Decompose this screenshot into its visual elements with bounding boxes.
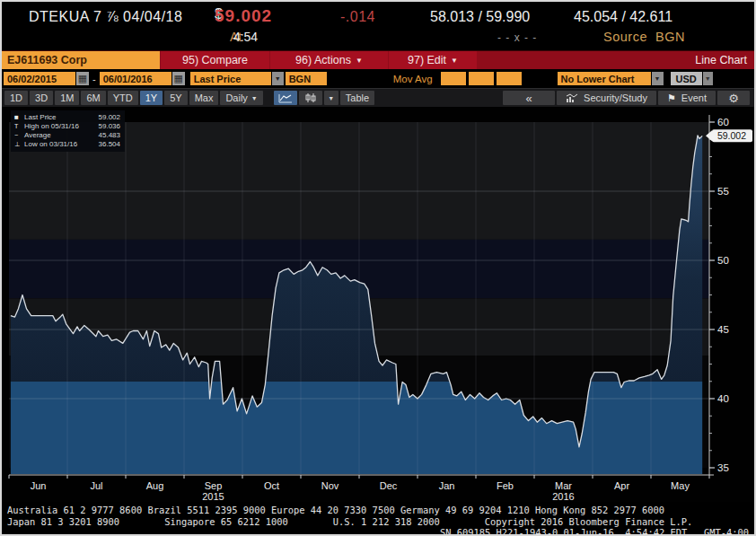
date-range-separator: - [92, 74, 96, 84]
legend-label: Low on 03/31/16 [24, 140, 93, 149]
candlestick-icon [303, 92, 318, 103]
svg-text:Jul: Jul [90, 480, 102, 491]
range-button-1d[interactable]: 1D [4, 91, 28, 105]
svg-text:55: 55 [717, 186, 729, 197]
function-menubar: EJ611693 Corp 95) Compare 96) Actions▼ 9… [2, 50, 754, 69]
price-chart[interactable]: 354045505560JunJulAugSepOctNovDecJanFebM… [2, 107, 754, 502]
menu-compare[interactable]: 95) Compare [161, 51, 269, 69]
chart-toolbar: 1D3D1M6MYTD1Y5YMax Daily▼ ▼ Table « Secu… [2, 88, 754, 107]
legend-label: Average [24, 131, 93, 140]
table-button[interactable]: Table [340, 91, 374, 105]
range-button-3d[interactable]: 3D [30, 91, 53, 105]
chart-legend: ■Last Price59.002THigh on 05/31/1659.036… [11, 110, 125, 152]
range-button-6m[interactable]: 6M [81, 91, 105, 105]
legend-value: 59.002 [93, 113, 120, 122]
legend-marker-icon: T [14, 122, 24, 131]
price-source: Source BGN [603, 30, 685, 44]
svg-text:Oct: Oct [264, 480, 279, 491]
chart-settings-button[interactable]: ⚙ [717, 91, 750, 105]
legend-value: 45.483 [93, 131, 120, 140]
caret-down-icon: ▼ [251, 95, 258, 101]
collapse-panel-button[interactable]: « [503, 91, 555, 105]
svg-text:40: 40 [717, 393, 729, 404]
study-chart-icon [566, 93, 578, 103]
range-button-ytd[interactable]: YTD [108, 91, 138, 105]
lower-chart-select[interactable]: No Lower Chart [558, 72, 651, 85]
range-button-group: 1D3D1M6MYTD1Y5YMax [4, 91, 220, 105]
currency-select[interactable]: USD [671, 72, 702, 85]
range-button-max[interactable]: Max [189, 91, 219, 105]
security-study-button[interactable]: Security/Study [557, 91, 656, 105]
currency-select-arrow[interactable]: ▼ [703, 72, 713, 85]
bid-ask: 58.013 / 59.990 [430, 9, 530, 25]
svg-text:Jun: Jun [31, 480, 47, 491]
caret-down-icon: ▼ [451, 57, 458, 65]
legend-row: ■Last Price59.002 [14, 113, 120, 122]
range-button-5y[interactable]: 5Y [164, 91, 187, 105]
period-select[interactable]: Daily▼ [220, 91, 262, 105]
svg-text:Sep: Sep [205, 480, 223, 491]
footer-session-info: SN 609185 H221-1943-0 01-Jun-16 4:54:42 … [7, 527, 749, 536]
legend-marker-icon: − [14, 131, 24, 140]
caret-down-icon: ▼ [328, 95, 334, 101]
field-select-arrow[interactable]: ▼ [272, 72, 284, 85]
bid-ask-size: - - x - - [497, 31, 537, 44]
mov-avg-input-2[interactable] [469, 72, 494, 85]
terminal-footer: Australia 61 2 9777 8600 Brazil 5511 239… [2, 502, 754, 536]
mov-avg-input-3[interactable] [497, 72, 522, 85]
pricing-source-input[interactable]: BGN [286, 72, 327, 85]
quote-time: At 4:54 [230, 30, 233, 44]
range-button-1y[interactable]: 1Y [140, 91, 163, 105]
legend-marker-icon: ■ [14, 113, 24, 122]
date-to-input[interactable]: 06/01/2016 [100, 72, 171, 85]
candlestick-chart-type-button[interactable] [299, 91, 322, 105]
mov-avg-input-1[interactable] [441, 72, 466, 85]
svg-text:2016: 2016 [552, 491, 574, 502]
svg-text:35: 35 [717, 462, 729, 473]
chart-type-title: Line Chart [695, 51, 754, 69]
menu-actions[interactable]: 96) Actions▼ [270, 51, 388, 69]
date-from-input[interactable]: 06/02/2015 [4, 72, 75, 85]
legend-label: Last Price [24, 113, 93, 122]
field-select[interactable]: Last Price [190, 72, 271, 85]
svg-text:May: May [671, 480, 690, 491]
last-price-value: 59.002 [215, 6, 272, 26]
lower-chart-select-arrow[interactable]: ▼ [652, 72, 664, 85]
svg-text:Dec: Dec [380, 480, 398, 491]
flag-icon: ⚑ [667, 92, 676, 104]
footer-phones-line2: Japan 81 3 3201 8900 Singapore 65 6212 1… [7, 516, 749, 528]
svg-text:45: 45 [717, 324, 729, 335]
price-change: -.014 [340, 9, 375, 25]
legend-row: −Average45.483 [14, 131, 120, 140]
bloomberg-terminal-window: DTEKUA 7 ⅞ 04/04/18 $↑59.002 -.014 58.01… [0, 0, 756, 536]
legend-value: 59.036 [93, 122, 120, 131]
svg-text:Nov: Nov [321, 480, 339, 491]
menu-edit[interactable]: 97) Edit▼ [389, 51, 477, 69]
svg-text:Mar: Mar [555, 480, 572, 491]
mov-avg-label: Mov Avg [393, 74, 433, 84]
event-button[interactable]: ⚑Event [658, 91, 716, 105]
svg-text:50: 50 [717, 255, 729, 266]
legend-row: THigh on 05/31/1659.036 [14, 122, 120, 131]
line-chart-type-button[interactable] [274, 91, 297, 105]
svg-text:59.002: 59.002 [717, 130, 746, 141]
legend-value: 36.504 [93, 140, 120, 149]
svg-text:Feb: Feb [497, 480, 514, 491]
svg-text:Jan: Jan [439, 480, 455, 491]
svg-text:Apr: Apr [614, 480, 629, 491]
security-name: DTEKUA 7 ⅞ 04/04/18 [29, 9, 182, 25]
legend-label: High on 05/31/16 [24, 122, 93, 131]
chart-area: ■Last Price59.002THigh on 05/31/1659.036… [2, 107, 754, 502]
legend-row: ⊥Low on 03/31/1636.504 [14, 140, 120, 149]
ticker-input[interactable]: EJ611693 Corp [2, 51, 160, 69]
yield-values: 45.054 / 42.611 [574, 9, 672, 25]
range-button-1m[interactable]: 1M [55, 91, 79, 105]
calendar-icon[interactable]: ▦ [172, 72, 185, 85]
quote-header: DTEKUA 7 ⅞ 04/04/18 $↑59.002 -.014 58.01… [2, 2, 754, 50]
footer-phones-line1: Australia 61 2 9777 8600 Brazil 5511 239… [7, 505, 749, 516]
gear-icon: ⚙ [728, 92, 739, 105]
chart-controls: 06/02/2015 ▦ - 06/01/2016 ▦ Last Price ▼… [2, 69, 754, 88]
chart-type-dropdown-arrow[interactable]: ▼ [324, 91, 338, 105]
caret-down-icon: ▼ [356, 57, 363, 65]
calendar-icon[interactable]: ▦ [76, 72, 89, 85]
